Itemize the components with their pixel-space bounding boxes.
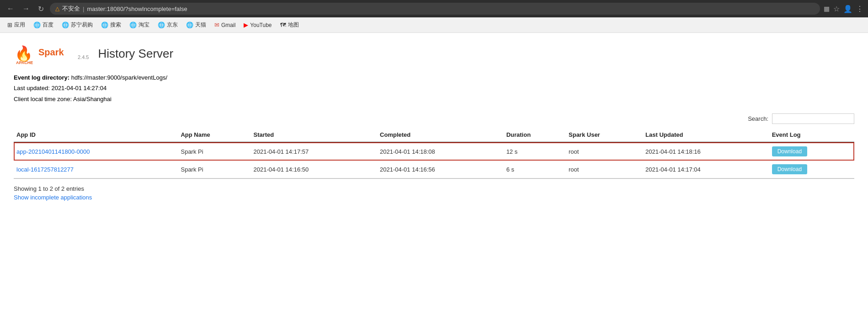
bookmark-maps[interactable]: 🗺 地图 [277,20,303,30]
search-bm-icon: 🌐 [101,22,108,28]
baidu-icon: 🌐 [33,22,41,28]
cell-duration: 6 s [504,161,566,178]
bookmark-tianmao[interactable]: 🌐 天猫 [182,20,210,30]
gmail-icon: ✉ [214,22,219,28]
spark-header: 🔥 APACHE Spark Spark 2.4.5 History Serve… [14,42,854,65]
col-app-id: App ID [14,128,178,142]
cell-app-id: local-1617257812277 [14,161,178,178]
bookmark-youtube-label: YouTube [250,22,272,28]
last-updated-line: Last updated: 2021-04-01 14:27:04 [14,83,854,93]
bookmark-gmail[interactable]: ✉ Gmail [211,20,239,30]
cell-spark-user: root [566,142,643,161]
bookmark-suning-label: 苏宁易购 [71,21,93,29]
browser-chrome: ← → ↻ △ 不安全 | master:18080/?showIncomple… [0,0,868,17]
bookmark-search[interactable]: 🌐 搜索 [97,20,125,30]
profile-icon[interactable]: 👤 [843,5,852,13]
suning-icon: 🌐 [62,22,69,28]
info-section: Event log directory: hdfs://master:9000/… [14,72,854,104]
cell-completed: 2021-04-01 14:18:08 [377,142,504,161]
app-id-link[interactable]: app-20210401141800-0000 [16,148,90,155]
bookmark-apps-label: 应用 [14,21,25,29]
col-completed: Completed [377,128,504,142]
entries-count: Showing 1 to 2 of 2 entries [14,185,854,192]
col-last-updated: Last Updated [643,128,769,142]
cell-event-log: Download [769,161,854,178]
event-log-dir-line: Event log directory: hdfs://master:9000/… [14,72,854,83]
cell-spark-user: root [566,161,643,178]
address-bar[interactable]: △ 不安全 | master:18080/?showIncomplete=fal… [50,3,820,15]
search-input[interactable] [772,113,854,124]
svg-text:🔥: 🔥 [15,45,33,62]
menu-icon[interactable]: ⋮ [856,5,863,13]
cell-app-name: Spark Pi [178,142,250,161]
apps-icon: ⊞ [7,22,12,28]
table-row: local-1617257812277Spark Pi2021-04-01 14… [14,161,854,178]
cell-duration: 12 s [504,142,566,161]
timezone-line: Client local time zone: Asia/Shanghai [14,94,854,104]
table-header: App ID App Name Started Completed Durati… [14,128,854,142]
download-button[interactable]: Download [772,164,807,174]
bookmark-suning[interactable]: 🌐 苏宁易购 [58,20,96,30]
timezone-label: Client local time zone: [14,96,72,102]
taobao-icon: 🌐 [129,22,137,28]
spark-logo-svg: 🔥 APACHE Spark [14,42,37,65]
table-header-row: App ID App Name Started Completed Durati… [14,128,854,142]
table-body: app-20210401141800-0000Spark Pi2021-04-0… [14,142,854,178]
spark-brand-text: Spark [38,45,75,62]
maps-icon: 🗺 [280,22,286,28]
col-event-log: Event Log [769,128,854,142]
youtube-icon: ▶ [244,22,248,28]
entries-text: Showing 1 to 2 of 2 entries [14,185,84,192]
cell-completed: 2021-04-01 14:16:56 [377,161,504,178]
last-updated-value: 2021-04-01 14:27:04 [51,85,107,91]
bookmark-baidu[interactable]: 🌐 百度 [30,20,57,30]
security-warning-text: 不安全 [62,5,80,13]
cell-started: 2021-04-01 14:16:50 [250,161,377,178]
col-started: Started [250,128,377,142]
url-text: master:18080/?showIncomplete=false [87,5,187,12]
cell-app-name: Spark Pi [178,161,250,178]
col-spark-user: Spark User [566,128,643,142]
col-app-name: App Name [178,128,250,142]
download-button[interactable]: Download [772,146,807,156]
forward-button[interactable]: → [20,4,32,14]
svg-text:APACHE: APACHE [16,60,33,65]
last-updated-label: Last updated: [14,85,50,91]
search-bar: Search: [14,113,854,124]
bookmark-jd-label: 京东 [167,21,178,29]
bookmark-apps[interactable]: ⊞ 应用 [4,20,29,30]
translate-icon[interactable]: ▦ [824,5,830,12]
browser-actions: ▦ ☆ 👤 ⋮ [824,5,863,13]
bookmark-baidu-label: 百度 [43,21,53,29]
bookmarks-bar: ⊞ 应用 🌐 百度 🌐 苏宁易购 🌐 搜索 🌐 淘宝 🌐 京东 🌐 天猫 ✉ G… [0,17,868,33]
event-log-value: hdfs://master:9000/spark/eventLogs/ [71,74,167,81]
refresh-button[interactable]: ↻ [36,4,46,14]
security-warning-icon: △ [55,5,59,12]
bookmark-gmail-label: Gmail [221,22,235,28]
jd-icon: 🌐 [158,22,165,28]
svg-text:Spark: Spark [38,47,64,57]
table-divider [14,178,854,179]
tianmao-icon: 🌐 [186,22,193,28]
cell-event-log: Download [769,142,854,161]
cell-started: 2021-04-01 14:17:57 [250,142,377,161]
cell-last-updated: 2021-04-01 14:17:04 [643,161,769,178]
bookmark-maps-label: 地图 [288,21,299,29]
timezone-value: Asia/Shanghai [73,96,112,102]
bookmark-youtube[interactable]: ▶ YouTube [240,20,275,30]
app-id-link[interactable]: local-1617257812277 [16,166,74,173]
cell-app-id: app-20210401141800-0000 [14,142,178,161]
page-content: 🔥 APACHE Spark Spark 2.4.5 History Serve… [0,33,868,326]
bookmark-tianmao-label: 天猫 [195,21,206,29]
cell-last-updated: 2021-04-01 14:18:16 [643,142,769,161]
back-button[interactable]: ← [5,4,16,14]
bookmark-jd[interactable]: 🌐 京东 [154,20,181,30]
star-icon[interactable]: ☆ [833,5,840,13]
page-title: History Server [98,47,173,61]
col-duration: Duration [504,128,566,142]
bookmark-taobao[interactable]: 🌐 淘宝 [126,20,153,30]
show-incomplete-applications-link[interactable]: Show incomplete applications [14,194,854,201]
spark-version: 2.4.5 [78,54,89,60]
event-log-label: Event log directory: [14,74,69,81]
bookmark-search-label: 搜索 [110,21,121,29]
